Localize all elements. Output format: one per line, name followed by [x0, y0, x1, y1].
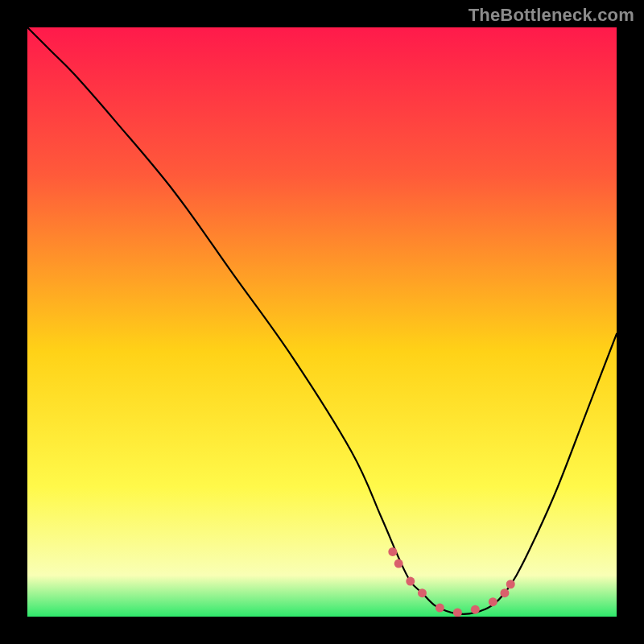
chart-svg [27, 27, 617, 617]
marker-dot [500, 588, 509, 597]
marker-dot [506, 580, 515, 588]
marker-dot [394, 559, 403, 568]
marker-dot [406, 577, 415, 586]
marker-dot [471, 605, 480, 614]
marker-dot [388, 547, 397, 556]
marker-dot [436, 604, 444, 613]
bottleneck-chart [27, 27, 617, 617]
watermark-text: TheBottleneck.com [469, 5, 634, 26]
chart-background [27, 27, 617, 617]
marker-dot [489, 597, 497, 606]
marker-dot [453, 608, 462, 617]
marker-dot [418, 588, 427, 597]
